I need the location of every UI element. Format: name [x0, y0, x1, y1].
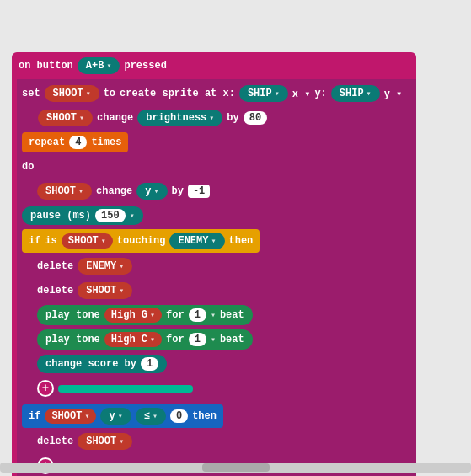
note1-dropdown[interactable]: High G ▾	[104, 308, 162, 323]
repeat-value[interactable]: 4	[69, 136, 87, 149]
shoot-change-y-row: SHOOT ▾ change y ▾ by -1	[22, 180, 411, 202]
pause-block[interactable]: pause (ms) 150 ▾	[22, 206, 143, 225]
beats1-value[interactable]: 1	[189, 308, 206, 322]
shoot-var-delete[interactable]: SHOOT ▾	[78, 282, 132, 299]
shoot-var-change[interactable]: SHOOT ▾	[38, 110, 93, 126]
play-tone1-block[interactable]: play tone High G ▾ for 1 ▾ beat	[37, 305, 253, 325]
score-value[interactable]: 1	[141, 357, 158, 371]
shoot-var-if2[interactable]: SHOOT ▾	[45, 409, 96, 424]
change-label: change	[97, 112, 133, 124]
change-brightness-row: SHOOT ▾ change brightness ▾ by 80	[22, 107, 411, 129]
set-row: set SHOOT ▾ to create sprite at x: SHIP …	[22, 83, 411, 104]
event-label: on button	[19, 60, 73, 72]
if2-row: if SHOOT ▾ y ▾ ≤ ▾ 0	[22, 404, 411, 428]
main-block: on button A+B ▾ pressed set SHOOT ▾ to c…	[12, 52, 416, 476]
axis2-dropdown[interactable]: y ▾	[100, 408, 131, 425]
plus-button-1[interactable]: +	[37, 380, 54, 397]
x-label[interactable]: x ▾	[292, 88, 311, 100]
change-score-row: change score by 1	[22, 353, 411, 375]
axis-dropdown[interactable]: y ▾	[136, 183, 167, 200]
create-label: create sprite at x:	[120, 88, 235, 99]
change-score-block[interactable]: change score by 1	[37, 355, 167, 373]
body: set SHOOT ▾ to create sprite at x: SHIP …	[12, 79, 416, 476]
do-label: do	[22, 161, 34, 173]
y-label: y:	[314, 88, 326, 99]
delete-label1: delete	[37, 260, 73, 272]
scroll-thumb[interactable]	[202, 463, 270, 472]
shoot-var-set[interactable]: SHOOT ▾	[45, 85, 99, 102]
event-hat: on button A+B ▾ pressed	[12, 52, 416, 79]
if-row: if is SHOOT ▾ touching ENEMY ▾ then	[22, 229, 411, 253]
if2-block[interactable]: if SHOOT ▾ y ▾ ≤ ▾ 0	[22, 404, 223, 428]
by-label2: by	[172, 185, 184, 197]
repeat-block[interactable]: repeat 4 times	[22, 132, 128, 152]
shoot-var-if[interactable]: SHOOT ▾	[62, 233, 113, 249]
brightness-dropdown[interactable]: brightness ▾	[137, 110, 222, 126]
enemy-dropdown[interactable]: ENEMY ▾	[169, 233, 224, 249]
enemy-var-delete[interactable]: ENEMY ▾	[78, 258, 132, 275]
beats2-value[interactable]: 1	[189, 333, 206, 346]
shoot-var-delete2[interactable]: SHOOT ▾	[78, 433, 132, 450]
delete-enemy-row: delete ENEMY ▾	[22, 255, 411, 277]
sprite2-dropdown[interactable]: SHIP ▾	[331, 85, 380, 102]
pause-row: pause (ms) 150 ▾	[22, 205, 411, 227]
pause-value[interactable]: 150	[95, 209, 126, 222]
note2-dropdown[interactable]: High C ▾	[104, 332, 162, 347]
op-dropdown[interactable]: ≤ ▾	[136, 408, 166, 425]
change-label2: change	[96, 185, 132, 197]
delete-label2: delete	[37, 285, 73, 297]
repeat-row: repeat 4 times	[22, 131, 411, 153]
delete-label3: delete	[37, 436, 73, 447]
plus-row1: +	[22, 377, 411, 399]
workspace: on button A+B ▾ pressed set SHOOT ▾ to c…	[0, 0, 471, 476]
shoot-var-y[interactable]: SHOOT ▾	[37, 183, 92, 200]
set-label: set	[22, 88, 40, 99]
pressed-label: pressed	[124, 60, 166, 72]
if2-value[interactable]: 0	[170, 409, 188, 423]
by-label: by	[227, 112, 238, 124]
play-tone2-block[interactable]: play tone High C ▾ for 1 ▾ beat	[37, 329, 253, 350]
delete-shoot2-row: delete SHOOT ▾	[22, 431, 411, 452]
brightness-value[interactable]: 80	[244, 111, 267, 125]
if-block[interactable]: if is SHOOT ▾ touching ENEMY ▾ then	[22, 229, 260, 253]
sprite1-dropdown[interactable]: SHIP ▾	[239, 85, 288, 102]
play-tone1-row: play tone High G ▾ for 1 ▾ beat	[22, 304, 411, 326]
button-dropdown[interactable]: A+B ▾	[78, 57, 120, 74]
teal-bar1	[58, 385, 193, 393]
to-label: to	[104, 88, 115, 99]
play-tone2-row: play tone High C ▾ for 1 ▾ beat	[22, 329, 411, 350]
delete-shoot-row: delete SHOOT ▾	[22, 280, 411, 302]
y2-label[interactable]: y ▾	[384, 88, 403, 100]
y-change-value[interactable]: -1	[188, 185, 210, 198]
do-row: do	[22, 156, 411, 178]
scrollbar[interactable]	[0, 463, 471, 473]
